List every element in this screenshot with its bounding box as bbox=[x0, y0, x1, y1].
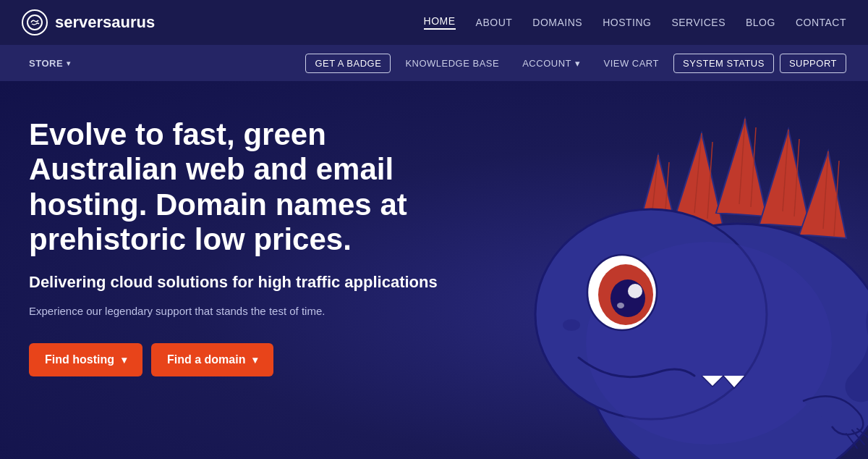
svg-point-0 bbox=[27, 15, 42, 30]
hero-buttons: Find hosting ▾ Find a domain ▾ bbox=[29, 343, 448, 376]
find-hosting-chevron-icon: ▾ bbox=[122, 354, 127, 366]
hero-subtitle: Delivering cloud solutions for high traf… bbox=[29, 273, 448, 292]
hero-section: Evolve to fast, green Australian web and… bbox=[0, 81, 868, 459]
hero-title: Evolve to fast, green Australian web and… bbox=[29, 117, 448, 257]
store-button[interactable]: STORE ▾ bbox=[22, 54, 78, 73]
hero-description: Experience our legendary support that st… bbox=[29, 305, 448, 317]
get-badge-link[interactable]: GET A BADGE bbox=[305, 54, 391, 73]
nav-home[interactable]: HOME bbox=[424, 15, 456, 30]
system-status-link[interactable]: SYSTEM STATUS bbox=[673, 54, 774, 73]
find-domain-chevron-icon: ▾ bbox=[252, 354, 258, 366]
svg-point-23 bbox=[617, 303, 624, 308]
secondary-navigation: STORE ▾ GET A BADGE KNOWLEDGE BASE ACCOU… bbox=[0, 45, 868, 81]
knowledge-base-link[interactable]: KNOWLEDGE BASE bbox=[396, 54, 508, 72]
nav-domains[interactable]: DOMAINS bbox=[532, 17, 582, 28]
nav-hosting[interactable]: HOSTING bbox=[603, 17, 651, 28]
find-domain-button[interactable]: Find a domain ▾ bbox=[151, 343, 273, 376]
view-cart-link[interactable]: VIEW CART bbox=[595, 54, 668, 72]
nav-about[interactable]: ABOUT bbox=[476, 17, 513, 28]
account-link[interactable]: ACCOUNT ▾ bbox=[514, 54, 589, 72]
nav-blog[interactable]: BLOG bbox=[746, 17, 775, 28]
nav-contact[interactable]: CONTACT bbox=[796, 17, 846, 28]
logo-text: serversaurus bbox=[55, 13, 155, 32]
svg-point-22 bbox=[628, 284, 642, 298]
find-hosting-button[interactable]: Find hosting ▾ bbox=[29, 343, 142, 376]
account-chevron-icon: ▾ bbox=[575, 58, 581, 69]
top-navigation: serversaurus HOME ABOUT DOMAINS HOSTING … bbox=[0, 0, 868, 45]
logo-icon bbox=[22, 9, 48, 35]
svg-point-24 bbox=[563, 319, 580, 331]
svg-point-21 bbox=[610, 279, 645, 317]
nav-services[interactable]: SERVICES bbox=[671, 17, 726, 28]
top-nav-links: HOME ABOUT DOMAINS HOSTING SERVICES BLOG… bbox=[424, 15, 846, 30]
hero-content: Evolve to fast, green Australian web and… bbox=[29, 110, 448, 376]
logo[interactable]: serversaurus bbox=[22, 9, 155, 35]
support-link[interactable]: SUPPORT bbox=[780, 54, 846, 73]
store-chevron-icon: ▾ bbox=[67, 59, 71, 67]
secondary-nav-right: GET A BADGE KNOWLEDGE BASE ACCOUNT ▾ VIE… bbox=[305, 54, 846, 73]
dino-illustration bbox=[456, 111, 868, 459]
